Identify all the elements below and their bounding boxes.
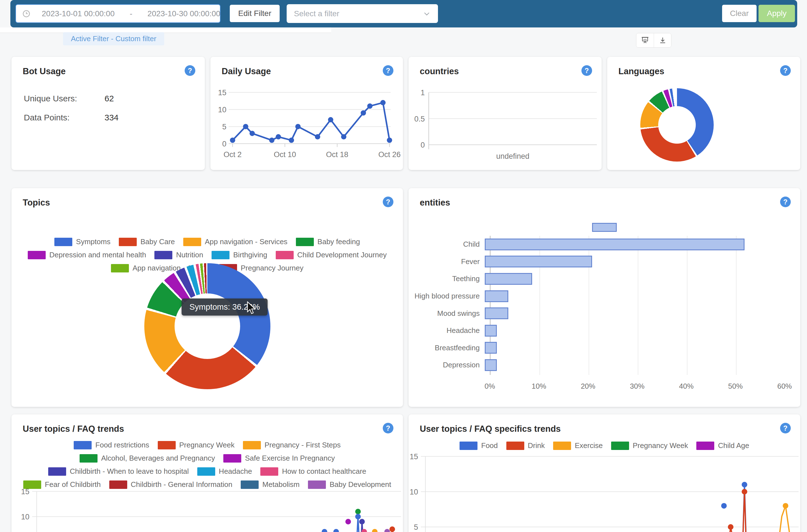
help-icon[interactable]: ? — [383, 196, 393, 207]
bar-row: Headache — [414, 322, 785, 339]
legend-label: App navigation - Services — [205, 238, 288, 246]
bar-label: Teething — [414, 274, 485, 283]
bar[interactable] — [485, 239, 745, 250]
bar-label: High blood pressure — [414, 292, 485, 301]
help-icon[interactable]: ? — [185, 65, 195, 76]
svg-text:10: 10 — [410, 488, 418, 496]
bar-label: Headache — [414, 326, 485, 335]
help-icon[interactable]: ? — [780, 196, 791, 207]
stat-row: Unique Users: 62 — [24, 94, 77, 103]
legend-item: App navigation - Services — [183, 238, 288, 246]
svg-text:0: 0 — [222, 140, 226, 148]
bar-label: Child — [414, 240, 485, 249]
card-title: Languages — [619, 66, 664, 76]
legend-item: Depression and mental health — [28, 251, 146, 259]
mouse-cursor-icon — [246, 301, 259, 317]
bar[interactable] — [485, 273, 532, 285]
date-separator: - — [126, 9, 136, 18]
date-range-input[interactable]: 2023-10-01 00:00:00 - 2023-10-30 00:00:0… — [15, 4, 221, 23]
card-title: Bot Usage — [23, 66, 66, 76]
svg-text:15: 15 — [410, 453, 418, 461]
bar[interactable] — [485, 359, 497, 371]
bar-row: Fever — [414, 253, 785, 270]
bar[interactable] — [485, 325, 497, 337]
countries-empty-chart: 10.50undefined — [408, 57, 602, 170]
legend-swatch — [54, 238, 72, 246]
legend-label: Pregnancy Journey — [241, 264, 304, 272]
legend-swatch — [183, 238, 201, 246]
svg-text:5: 5 — [222, 122, 226, 131]
bar-row: Mood swings — [414, 305, 785, 322]
legend-label: Birthgiving — [233, 251, 267, 259]
faq-trends-line-chart[interactable]: 1510 — [12, 414, 403, 532]
filter-toolbar: 2023-10-01 00:00:00 - 2023-10-30 00:00:0… — [11, 0, 797, 27]
clock-icon — [22, 10, 31, 18]
date-start: 2023-10-01 00:00:00 — [42, 9, 115, 18]
entities-card: entities ? ChildFeverTeethingHigh blood … — [408, 188, 800, 407]
download-button[interactable] — [654, 33, 671, 47]
svg-text:10: 10 — [218, 106, 226, 114]
faq-specifics-line-chart[interactable]: 15105 — [408, 414, 800, 532]
bar[interactable] — [485, 307, 508, 319]
entities-bar-chart[interactable]: ChildFeverTeethingHigh blood pressureMoo… — [414, 236, 785, 374]
bar-row: Child — [414, 236, 785, 253]
open-dropdown-edge — [0, 27, 331, 33]
bar[interactable] — [485, 255, 592, 267]
svg-text:Oct 10: Oct 10 — [274, 150, 296, 159]
stat-row: Data Points: 334 — [24, 113, 70, 122]
chevron-down-icon — [423, 10, 431, 18]
card-title: entities — [420, 198, 450, 208]
bar-row: Depression — [414, 357, 785, 374]
x-tick-label: 40% — [679, 382, 694, 391]
legend-item: Baby Care — [119, 238, 175, 246]
clear-button[interactable]: Clear — [722, 5, 756, 22]
legend-item: Nutrition — [154, 251, 203, 259]
legend-swatch — [28, 251, 46, 259]
edit-filter-button[interactable]: Edit Filter — [230, 5, 280, 22]
active-filter-badge: Active Filter - Custom filter — [63, 32, 164, 45]
legend-item: Child Development Journey — [276, 251, 387, 259]
faq-specifics-card: User topics / FAQ specifics trends ? Foo… — [408, 414, 800, 532]
x-tick-label: 10% — [532, 382, 546, 391]
card-title: Topics — [23, 198, 50, 208]
svg-text:0.5: 0.5 — [414, 115, 425, 123]
bar[interactable] — [485, 342, 497, 354]
daily-usage-card: Daily Usage ? 151050Oct 2Oct 10Oct 18Oct… — [210, 57, 403, 170]
presentation-button[interactable] — [636, 33, 654, 47]
help-icon[interactable]: ? — [780, 65, 791, 76]
bar-row: High blood pressure — [414, 288, 785, 305]
bar-label: Fever — [414, 257, 485, 266]
svg-text:undefined: undefined — [496, 152, 530, 160]
bar-label: Depression — [414, 361, 485, 369]
svg-text:1: 1 — [421, 89, 425, 97]
stat-label: Data Points: — [24, 113, 70, 122]
countries-card: countries ? 10.50undefined — [408, 57, 602, 170]
legend-item: Symptoms — [54, 238, 110, 246]
x-tick-label: 30% — [630, 382, 644, 391]
topics-donut-chart[interactable] — [144, 263, 270, 389]
legend-swatch — [154, 251, 172, 259]
languages-donut-chart[interactable] — [640, 88, 714, 162]
bot-usage-card: Bot Usage ? Unique Users: 62 Data Points… — [12, 57, 205, 170]
legend-label: Nutrition — [176, 251, 203, 259]
filter-select[interactable]: Select a filter — [287, 4, 438, 23]
svg-text:15: 15 — [21, 488, 30, 496]
stat-label: Unique Users: — [24, 94, 77, 103]
legend-label: Baby Care — [140, 238, 175, 246]
daily-usage-line-chart[interactable]: 151050Oct 2Oct 10Oct 18Oct 26 — [210, 57, 403, 170]
view-actions-group — [636, 33, 672, 48]
apply-button[interactable]: Apply — [758, 5, 795, 22]
legend-label: Symptoms — [76, 238, 110, 246]
bar[interactable] — [485, 290, 508, 302]
x-tick-label: 50% — [728, 382, 743, 391]
faq-trends-card: User topics / FAQ trends ? Food restrict… — [12, 414, 403, 532]
date-end: 2023-10-30 00:00:00 — [147, 9, 220, 18]
dashboard-page: 2023-10-01 00:00:00 - 2023-10-30 00:00:0… — [0, 0, 807, 532]
bar-row: Breastfeeding — [414, 339, 785, 357]
svg-text:0: 0 — [421, 141, 425, 149]
legend-label: Baby feeding — [317, 238, 360, 246]
legend-item: Birthgiving — [212, 251, 267, 259]
legend-swatch — [111, 264, 129, 272]
svg-text:5: 5 — [414, 523, 418, 531]
languages-card: Languages ? — [607, 57, 800, 170]
